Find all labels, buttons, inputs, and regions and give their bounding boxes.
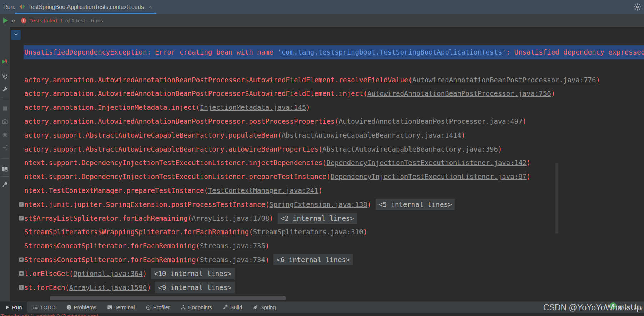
toolwindow-tab-label: Build xyxy=(230,304,242,310)
stacktrace-file-link[interactable]: TestContextManager.java:241 xyxy=(208,187,318,194)
stacktrace-file-link[interactable]: AbstractAutowireCapableBeanFactory.java:… xyxy=(322,145,498,153)
stacktrace-file-link[interactable]: SpringExtension.java:138 xyxy=(269,200,367,208)
stack-frame-line: ntext.support.DependencyInjectionTestExe… xyxy=(10,156,644,170)
console-text: actory.support.AbstractAutowireCapableBe… xyxy=(24,145,322,153)
console-text: ) xyxy=(143,270,147,277)
toolwindow-tab-profiler[interactable]: Profiler xyxy=(140,302,176,313)
toolwindow-tab-terminal[interactable]: Terminal xyxy=(102,302,140,313)
toggle-auto-test-button[interactable] xyxy=(2,73,8,80)
toolwindow-tab-run[interactable]: Run xyxy=(0,302,27,313)
endpoints-icon xyxy=(181,305,186,310)
console-text: ) xyxy=(498,145,502,153)
test-output-console[interactable]: UnsatisfiedDependencyException: Error cr… xyxy=(10,27,644,301)
stack-frame-line: actory.support.AbstractAutowireCapableBe… xyxy=(10,128,644,142)
toolwindow-tab-label: Spring xyxy=(260,304,276,310)
close-tab-icon[interactable]: × xyxy=(149,4,152,10)
toolwindow-tab-label: Run xyxy=(12,304,22,310)
test-settings-button[interactable] xyxy=(2,86,8,93)
stacktrace-file-link[interactable]: AutowiredAnnotationBeanPostProcessor.jav… xyxy=(412,76,596,84)
horizontal-scrollbar[interactable] xyxy=(50,296,286,300)
stack-frame-line: ntext.TestContextManager.prepareTestInst… xyxy=(10,184,644,198)
internal-lines-badge[interactable]: <10 internal lines> xyxy=(151,268,234,279)
spring-icon xyxy=(253,305,258,310)
console-text: ' xyxy=(277,48,281,56)
run-toolbar xyxy=(0,27,10,301)
internal-lines-badge[interactable]: <9 internal lines> xyxy=(155,282,235,293)
todo-icon xyxy=(33,305,38,310)
expand-fold-icon[interactable]: + xyxy=(19,202,24,207)
test-status-bar: » Tests failed: 1of 1 test – 5 ms xyxy=(0,14,644,27)
stacktrace-file-link[interactable]: AutowiredAnnotationBeanPostProcessor.jav… xyxy=(339,117,523,125)
console-text: ntext.support.DependencyInjectionTestExe… xyxy=(24,173,331,180)
stack-frame-line: actory.support.AbstractAutowireCapableBe… xyxy=(10,142,644,156)
tests-failed-text: Tests failed: 1 xyxy=(29,17,63,24)
chevron-down-glyph xyxy=(13,31,19,39)
internal-lines-badge[interactable]: <2 internal lines> xyxy=(278,213,357,224)
toolwindow-tab-label: Endpoints xyxy=(188,304,212,310)
stacktrace-file-link[interactable]: StreamSpliterators.java:310 xyxy=(253,228,363,236)
status-bar-message: Tests failed: 1, passed: 0 (3 minutes ag… xyxy=(1,313,98,316)
stack-frame-line: StreamSpliterators$WrappingSpliterator.f… xyxy=(10,225,644,239)
stop-button xyxy=(2,105,8,112)
expand-fold-icon[interactable]: + xyxy=(19,271,24,276)
toolwindow-tab-build[interactable]: Build xyxy=(217,302,247,313)
stack-frame-line: actory.annotation.AutowiredAnnotationBea… xyxy=(10,114,644,128)
restore-layout-button[interactable] xyxy=(2,166,8,172)
csdn-watermark: CSDN @YoYoYoWhatIsUp xyxy=(543,303,641,312)
rerun-tests-button[interactable] xyxy=(2,17,9,24)
stack-frame-line: +Streams$ConcatSpliterator.forEachRemain… xyxy=(10,253,644,267)
forward-chevron-icon[interactable]: » xyxy=(11,14,15,26)
stacktrace-file-link[interactable]: AbstractAutowireCapableBeanFactory.java:… xyxy=(282,131,461,139)
run-tab-title: TestSpringBootApplicationTests.contextLo… xyxy=(28,4,144,10)
console-text: ) xyxy=(551,90,555,97)
rerun-failed-tests-button[interactable] xyxy=(2,58,8,65)
console-text: ) xyxy=(147,284,151,291)
stacktrace-file-link[interactable]: Optional.java:364 xyxy=(73,270,142,277)
stack-frame-line: ntext.support.DependencyInjectionTestExe… xyxy=(10,170,644,184)
console-text: ) xyxy=(596,76,600,84)
console-text: ) xyxy=(306,103,310,111)
stacktrace-file-link[interactable]: DependencyInjectionTestExecutionListener… xyxy=(326,159,527,167)
toolwindow-tab-spring[interactable]: Spring xyxy=(247,302,281,313)
expand-fold-icon[interactable]: + xyxy=(19,285,24,290)
internal-lines-badge[interactable]: <5 internal lines> xyxy=(376,199,455,210)
tests-failed-icon xyxy=(21,17,27,24)
toolwindow-tab-problems[interactable]: Problems xyxy=(61,302,102,313)
pin-tab-button[interactable] xyxy=(2,181,8,188)
vertical-scrollbar[interactable] xyxy=(555,162,558,234)
stacktrace-file-link[interactable]: Streams.java:734 xyxy=(200,256,265,264)
stacktrace-file-link[interactable]: DependencyInjectionTestExecutionListener… xyxy=(331,173,527,180)
console-text: ) xyxy=(269,214,273,222)
toolwindow-tab-endpoints[interactable]: Endpoints xyxy=(175,302,217,313)
console-text: ) xyxy=(367,200,371,208)
settings-gear-icon[interactable] xyxy=(634,3,641,11)
stack-frame-line: +st.forEach(ArrayList.java:1596)<9 inter… xyxy=(10,281,644,295)
console-text: ) xyxy=(265,242,269,250)
console-text: ) xyxy=(527,173,530,180)
profiler-icon xyxy=(146,305,151,310)
stacktrace-file-link[interactable]: InjectionMetadata.java:145 xyxy=(200,103,306,111)
toolwindow-tab-todo[interactable]: TODO xyxy=(27,302,61,313)
test-result-summary: Tests failed: 1of 1 test – 5 ms xyxy=(29,14,103,27)
run-tab[interactable]: TestSpringBootApplicationTests.contextLo… xyxy=(15,0,156,14)
bean-class-link[interactable]: com.tang.testspringboot.TestSpringBootAp… xyxy=(282,48,502,56)
console-text: ) xyxy=(527,159,530,167)
problems-icon xyxy=(66,305,72,310)
expand-fold-icon[interactable]: + xyxy=(19,258,24,262)
console-text: ) xyxy=(265,256,269,264)
expand-fold-icon[interactable]: + xyxy=(19,216,24,220)
chevron-down-icon[interactable] xyxy=(11,30,21,40)
stacktrace-file-link[interactable]: ArrayList.java:1708 xyxy=(192,214,269,222)
console-text: : Unsatisfied dependency expressed throu… xyxy=(506,48,644,56)
console-text: Streams$ConcatSpliterator.forEachRemaini… xyxy=(24,256,200,264)
stacktrace-file-link[interactable]: Streams.java:735 xyxy=(200,242,265,250)
run-tool-window: Run: TestSpringBootApplicationTests.cont… xyxy=(0,0,644,316)
stacktrace-file-link[interactable]: AutowiredAnnotationBeanPostProcessor.jav… xyxy=(367,90,551,97)
stacktrace-file-link[interactable]: ArrayList.java:1596 xyxy=(69,284,147,291)
console-text: ) xyxy=(318,187,322,194)
console-text: Streams$ConcatSpliterator.forEachRemaini… xyxy=(24,242,200,250)
internal-lines-badge[interactable]: <6 internal lines> xyxy=(273,254,353,265)
console-text: ) xyxy=(523,117,527,125)
stack-frame-line: +l.orElseGet(Optional.java:364)<10 inter… xyxy=(10,267,644,281)
console-text: ) xyxy=(363,228,367,236)
